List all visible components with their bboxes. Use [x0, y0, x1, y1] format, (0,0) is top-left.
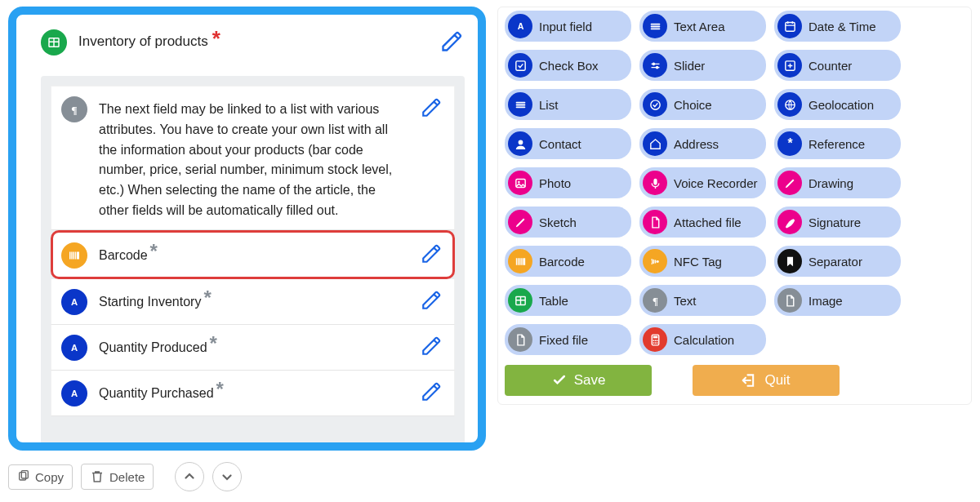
- palette-label: Calculation: [674, 333, 734, 347]
- palette-list[interactable]: List: [505, 89, 631, 120]
- move-up-button[interactable]: [175, 462, 204, 491]
- asterisk-icon: [777, 131, 802, 156]
- palette-label: Voice Recorder: [674, 176, 758, 190]
- letter-a-icon: [61, 335, 87, 361]
- palette-geolocation[interactable]: Geolocation: [774, 89, 901, 120]
- palette-contact[interactable]: Contact: [505, 128, 631, 159]
- save-label: Save: [574, 372, 606, 389]
- field-label: Quantity Purchased*: [99, 379, 407, 404]
- palette-label: Signature: [808, 215, 861, 229]
- palette-drawing[interactable]: Drawing: [774, 167, 901, 198]
- palette-label: Text Area: [674, 20, 725, 33]
- plus-box-icon: [777, 53, 802, 78]
- palette-label: Reference: [808, 137, 865, 151]
- calculator-icon: [643, 327, 667, 352]
- file-icon: [643, 210, 667, 234]
- edit-field-button[interactable]: [418, 241, 444, 267]
- pencil-icon: [508, 210, 532, 234]
- palette-text[interactable]: Text: [639, 285, 766, 316]
- palette-barcode[interactable]: Barcode: [505, 246, 631, 277]
- table-icon: [508, 288, 532, 313]
- palette-label: Contact: [539, 137, 581, 151]
- move-down-button[interactable]: [212, 462, 242, 491]
- copy-button[interactable]: Copy: [8, 464, 73, 490]
- palette-slider[interactable]: Slider: [639, 50, 766, 81]
- palette-sketch[interactable]: Sketch: [505, 207, 631, 238]
- field-row[interactable]: Barcode*: [51, 230, 455, 279]
- palette-label: Attached file: [674, 215, 742, 229]
- calendar-icon: [777, 14, 802, 38]
- palette-label: Sketch: [539, 215, 577, 229]
- image-icon: [508, 171, 532, 195]
- palette-label: Address: [674, 137, 719, 151]
- palette-label: NFC Tag: [674, 255, 722, 269]
- edit-form-button[interactable]: [439, 29, 465, 55]
- palette-text-area[interactable]: Text Area: [639, 11, 766, 42]
- paragraph-text: The next field may be linked to a list w…: [99, 95, 407, 221]
- table-icon: [41, 29, 67, 56]
- globe-icon: [777, 92, 802, 117]
- quit-button[interactable]: Quit: [693, 365, 840, 396]
- field-row[interactable]: Starting Inventory*: [51, 279, 455, 325]
- field-label: Barcode*: [99, 241, 407, 266]
- palette-nfc-tag[interactable]: NFC Tag: [639, 246, 766, 277]
- palette-label: Drawing: [808, 176, 853, 190]
- lines-icon: [508, 92, 532, 117]
- save-button[interactable]: Save: [505, 365, 652, 396]
- edit-field-button[interactable]: [418, 95, 444, 121]
- barcode-icon: [508, 249, 532, 273]
- palette-label: Choice: [674, 98, 712, 112]
- edit-field-button[interactable]: [418, 287, 444, 313]
- palette-input-field[interactable]: Input field: [505, 11, 631, 42]
- palette-reference[interactable]: Reference: [774, 128, 901, 159]
- palette-voice-recorder[interactable]: Voice Recorder: [639, 167, 766, 198]
- slider-icon: [643, 53, 667, 78]
- required-indicator: *: [150, 240, 158, 262]
- palette-signature[interactable]: Signature: [774, 207, 901, 238]
- letter-a-icon: [61, 289, 87, 315]
- palette-counter[interactable]: Counter: [774, 50, 901, 81]
- palette-label: Counter: [808, 59, 852, 73]
- palette-label: List: [539, 98, 558, 112]
- palette-label: Photo: [539, 176, 571, 190]
- palette-label: Geolocation: [808, 98, 874, 112]
- user-icon: [508, 131, 532, 156]
- palette-label: Date & Time: [808, 20, 876, 33]
- palette-label: Check Box: [539, 59, 599, 73]
- field-row[interactable]: The next field may be linked to a list w…: [51, 86, 455, 230]
- required-indicator: *: [212, 34, 220, 42]
- edit-field-button[interactable]: [418, 333, 444, 359]
- field-row[interactable]: Quantity Produced*: [51, 325, 455, 371]
- palette-address[interactable]: Address: [639, 128, 766, 159]
- palette-image[interactable]: Image: [774, 285, 901, 316]
- palette-choice[interactable]: Choice: [639, 89, 766, 120]
- palette-fixed-file[interactable]: Fixed file: [505, 324, 631, 355]
- palette-calculation[interactable]: Calculation: [639, 324, 766, 355]
- lines-icon: [643, 14, 667, 38]
- delete-button[interactable]: Delete: [81, 464, 154, 490]
- palette-check-box[interactable]: Check Box: [505, 50, 631, 81]
- field-palette: Input fieldText AreaDate & TimeCheck Box…: [505, 11, 964, 355]
- field-row[interactable]: Quantity Purchased*: [51, 371, 455, 416]
- check-circle-icon: [643, 92, 667, 117]
- file-icon: [777, 288, 802, 313]
- quit-label: Quit: [764, 372, 790, 389]
- palette-separator[interactable]: Separator: [774, 246, 901, 277]
- palette-photo[interactable]: Photo: [505, 167, 631, 198]
- file-icon: [508, 327, 532, 352]
- letter-a-icon: [61, 380, 87, 406]
- nfc-icon: [643, 249, 667, 273]
- palette-label: Separator: [808, 255, 862, 269]
- palette-date-time[interactable]: Date & Time: [774, 11, 901, 42]
- letter-a-icon: [508, 14, 532, 38]
- palette-attached-file[interactable]: Attached file: [639, 207, 766, 238]
- paragraph-icon: [61, 96, 87, 122]
- form-title: Inventory of products: [78, 33, 208, 50]
- palette-table[interactable]: Table: [505, 285, 631, 316]
- home-icon: [643, 131, 667, 156]
- edit-field-button[interactable]: [418, 379, 444, 405]
- palette-label: Input field: [539, 20, 592, 33]
- copy-label: Copy: [35, 470, 64, 484]
- palette-label: Barcode: [539, 255, 585, 269]
- required-indicator: *: [216, 378, 224, 400]
